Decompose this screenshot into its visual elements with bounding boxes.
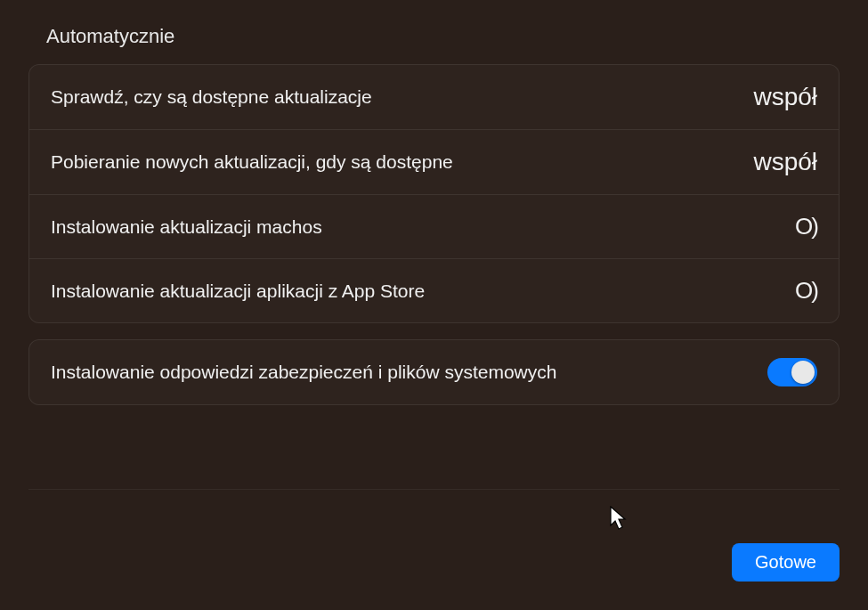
row-install-macos-updates[interactable]: Instalowanie aktualizacji machos O) — [29, 195, 839, 259]
toggle-off-icon[interactable]: O) — [795, 213, 817, 240]
row-label: Instalowanie odpowiedzi zabezpieczeń i p… — [51, 362, 556, 383]
toggle-off-icon[interactable]: O) — [795, 277, 817, 305]
row-check-updates[interactable]: Sprawdź, czy są dostępne aktualizacje ws… — [29, 65, 839, 130]
row-label: Instalowanie aktualizacji machos — [51, 216, 322, 238]
row-install-security-responses[interactable]: Instalowanie odpowiedzi zabezpieczeń i p… — [29, 340, 839, 404]
row-value: współ — [753, 148, 817, 176]
auto-update-group: Sprawdź, czy są dostępne aktualizacje ws… — [28, 64, 840, 323]
security-group: Instalowanie odpowiedzi zabezpieczeń i p… — [28, 339, 840, 405]
update-settings-dialog: Automatycznie Sprawdź, czy są dostępne a… — [0, 0, 868, 610]
done-button[interactable]: Gotowe — [732, 543, 840, 582]
row-label: Sprawdź, czy są dostępne aktualizacje — [51, 86, 372, 108]
row-value: współ — [753, 83, 817, 111]
row-label: Pobieranie nowych aktualizacji, gdy są d… — [51, 151, 453, 173]
toggle-security-responses[interactable] — [767, 358, 817, 386]
dialog-footer: Gotowe — [28, 489, 840, 589]
section-title: Automatycznie — [46, 25, 840, 48]
toggle-knob — [791, 361, 815, 384]
row-label: Instalowanie aktualizacji aplikacji z Ap… — [51, 281, 425, 302]
row-install-appstore-updates[interactable]: Instalowanie aktualizacji aplikacji z Ap… — [29, 259, 839, 322]
row-download-updates[interactable]: Pobieranie nowych aktualizacji, gdy są d… — [29, 130, 839, 195]
